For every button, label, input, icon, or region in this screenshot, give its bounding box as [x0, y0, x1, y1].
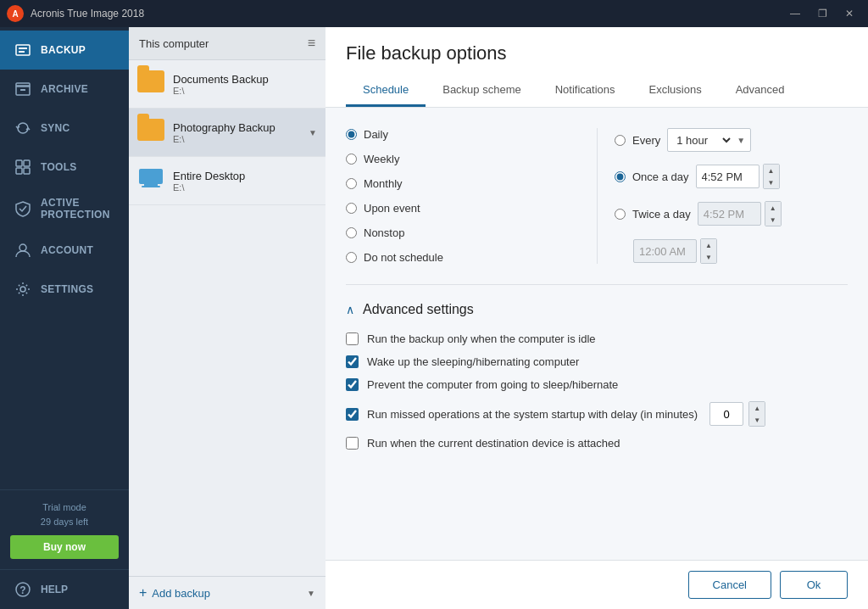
buy-now-button[interactable]: Buy now — [10, 535, 119, 559]
backup-item-photography[interactable]: Photography Backup E:\ ▼ — [129, 109, 326, 157]
sidebar-item-help[interactable]: ? HELP — [0, 569, 129, 609]
radio-every-row[interactable]: Every 1 hour 2 hours 6 hours 12 hours ▼ — [615, 128, 848, 152]
radio-daily[interactable]: Daily — [346, 128, 597, 141]
run-when-attached-checkbox[interactable] — [346, 437, 359, 450]
weekly-radio[interactable] — [346, 154, 357, 165]
backup-item-documents-name: Documents Backup — [173, 73, 317, 86]
do-not-schedule-radio[interactable] — [346, 252, 357, 263]
nonstop-radio[interactable] — [346, 227, 357, 238]
twice-a-day-time-input[interactable] — [698, 202, 761, 226]
content-header: File backup options Schedule Backup sche… — [326, 27, 868, 108]
once-a-day-radio[interactable] — [615, 171, 626, 182]
svg-rect-2 — [19, 51, 25, 53]
checkbox-idle[interactable]: Run the backup only when the computer is… — [346, 332, 848, 345]
restore-button[interactable]: ❐ — [810, 5, 834, 22]
prevent-sleep-checkbox[interactable] — [346, 378, 359, 391]
extra-time-input[interactable] — [633, 239, 697, 263]
once-a-day-time-group: ▲ ▼ — [696, 164, 780, 189]
once-a-day-spin-down[interactable]: ▼ — [764, 176, 779, 188]
plus-icon: + — [139, 585, 147, 601]
backup-list-menu-icon[interactable]: ≡ — [308, 36, 315, 51]
radio-twice-a-day-row[interactable]: Twice a day ▲ ▼ — [615, 201, 848, 226]
chevron-down-icon: ▼ — [307, 589, 315, 598]
chevron-right-icon: ▼ — [309, 128, 317, 137]
delay-input[interactable] — [709, 402, 743, 426]
backup-item-desktop-name: Entire Desktop — [173, 170, 317, 182]
svg-rect-1 — [19, 47, 27, 49]
every-radio[interactable] — [615, 135, 626, 146]
radio-upon-event[interactable]: Upon event — [346, 202, 597, 215]
checkbox-missed-ops[interactable]: Run missed operations at the system star… — [346, 401, 848, 427]
checkbox-run-when-attached[interactable]: Run when the current destination device … — [346, 437, 848, 450]
twice-a-day-radio[interactable] — [615, 209, 626, 220]
delay-spin-down[interactable]: ▼ — [749, 414, 765, 426]
daily-radio[interactable] — [346, 129, 357, 140]
every-dropdown[interactable]: 1 hour 2 hours 6 hours 12 hours ▼ — [667, 128, 751, 152]
advanced-settings-section: ∧ Advanced settings Run the backup only … — [346, 302, 848, 450]
twice-a-day-spin-down[interactable]: ▼ — [765, 214, 781, 226]
collapse-icon: ∧ — [346, 303, 354, 316]
sidebar-item-archive[interactable]: ARCHIVE — [0, 70, 129, 109]
sidebar-item-settings[interactable]: SETTINGS — [0, 270, 129, 309]
backup-list-panel: This computer ≡ Documents Backup E:\ Pho… — [129, 27, 326, 609]
svg-rect-14 — [139, 169, 163, 184]
delay-spin-up[interactable]: ▲ — [749, 402, 765, 414]
advanced-settings-header[interactable]: ∧ Advanced settings — [346, 302, 848, 317]
checkbox-prevent-sleep[interactable]: Prevent the computer from going to sleep… — [346, 378, 848, 391]
sidebar-tools-label: TOOLS — [41, 161, 77, 173]
page-title: File backup options — [346, 42, 848, 64]
add-backup-bar[interactable]: + Add backup ▼ — [129, 576, 326, 609]
tab-backup-scheme[interactable]: Backup scheme — [426, 75, 538, 107]
tab-advanced[interactable]: Advanced — [719, 75, 802, 107]
radio-once-a-day-row[interactable]: Once a day ▲ ▼ — [615, 164, 848, 189]
minimize-button[interactable]: — — [783, 5, 807, 22]
backup-item-photography-sub: E:\ — [173, 134, 300, 144]
sidebar: BACKUP ARCHIVE — [0, 27, 129, 609]
twice-a-day-spin-up[interactable]: ▲ — [765, 202, 781, 214]
backup-item-documents[interactable]: Documents Backup E:\ — [129, 60, 326, 109]
extra-spin-up[interactable]: ▲ — [701, 239, 716, 251]
once-a-day-time-input[interactable] — [696, 165, 760, 188]
wake-up-checkbox[interactable] — [346, 355, 359, 368]
tab-exclusions[interactable]: Exclusions — [632, 75, 719, 107]
tab-schedule[interactable]: Schedule — [346, 75, 426, 107]
idle-checkbox[interactable] — [346, 332, 359, 345]
every-select[interactable]: 1 hour 2 hours 6 hours 12 hours — [673, 133, 733, 148]
once-a-day-spin-btns: ▲ ▼ — [763, 164, 780, 189]
once-a-day-spin-up[interactable]: ▲ — [764, 165, 779, 176]
radio-weekly[interactable]: Weekly — [346, 153, 597, 165]
sidebar-active-protection-label: ACTIVE PROTECTION — [41, 197, 115, 221]
radio-do-not-schedule[interactable]: Do not schedule — [346, 251, 597, 264]
svg-rect-5 — [20, 89, 25, 91]
sidebar-item-active-protection[interactable]: ACTIVE PROTECTION — [0, 187, 129, 231]
monthly-radio[interactable] — [346, 178, 357, 189]
tab-notifications[interactable]: Notifications — [538, 75, 632, 107]
extra-spin-down[interactable]: ▼ — [701, 251, 716, 263]
advanced-settings-title: Advanced settings — [363, 302, 474, 317]
titlebar: A Acronis True Image 2018 — ❐ ✕ — [0, 0, 868, 27]
gear-icon — [14, 280, 32, 299]
sidebar-item-tools[interactable]: TOOLS — [0, 148, 129, 187]
once-a-day-label: Once a day — [632, 170, 689, 183]
sidebar-item-sync[interactable]: SYNC — [0, 109, 129, 148]
desktop-computer-icon — [137, 167, 164, 194]
sidebar-item-account[interactable]: ACCOUNT — [0, 231, 129, 270]
radio-nonstop[interactable]: Nonstop — [346, 226, 597, 239]
upon-event-radio[interactable] — [346, 203, 357, 214]
backup-item-desktop-sub: E:\ — [173, 182, 317, 193]
archive-icon — [14, 80, 32, 98]
missed-ops-checkbox[interactable] — [346, 408, 359, 421]
cancel-button[interactable]: Cancel — [688, 571, 771, 599]
ok-button[interactable]: Ok — [780, 571, 848, 599]
right-panel: This computer ≡ Documents Backup E:\ Pho… — [129, 27, 868, 609]
checkbox-wake-up[interactable]: Wake up the sleeping/hibernating compute… — [346, 355, 848, 368]
sidebar-item-backup[interactable]: BACKUP — [0, 31, 129, 70]
sidebar-archive-label: ARCHIVE — [41, 83, 88, 95]
backup-icon — [14, 41, 32, 59]
radio-monthly[interactable]: Monthly — [346, 177, 597, 190]
extra-spin-btns: ▲ ▼ — [700, 238, 717, 264]
content-body: Daily Weekly Monthly Upon event — [326, 108, 868, 560]
close-button[interactable]: ✕ — [837, 5, 861, 22]
backup-item-desktop[interactable]: Entire Desktop E:\ — [129, 157, 326, 205]
svg-rect-6 — [16, 160, 22, 166]
